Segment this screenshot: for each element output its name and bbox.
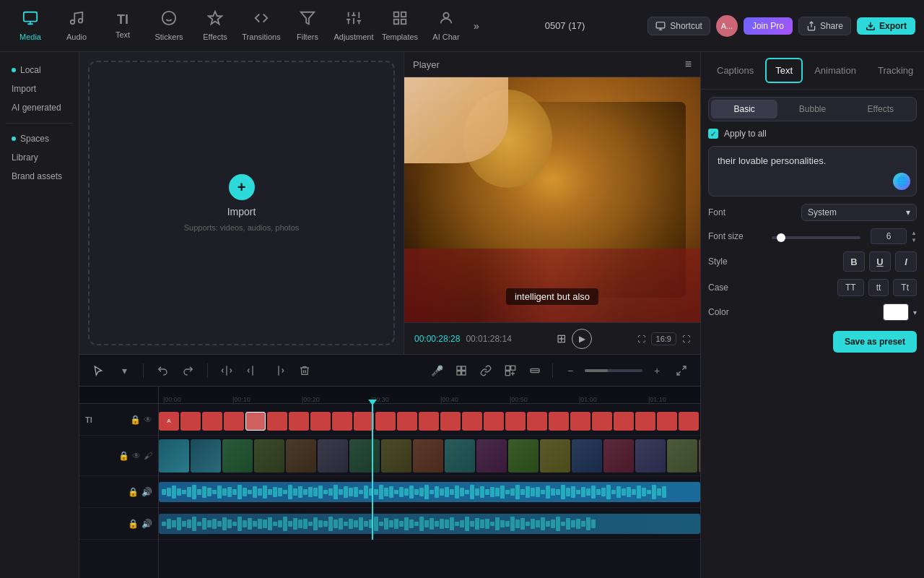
caption-seg[interactable] xyxy=(440,412,461,431)
tab-captions[interactable]: Captions xyxy=(707,58,764,83)
video-thumb[interactable] xyxy=(349,439,380,473)
text-preview-box[interactable]: their lovable personalities. 🌐 xyxy=(708,146,917,197)
grid-layout-icon[interactable]: ⊞ xyxy=(557,332,566,345)
zoom-slider[interactable] xyxy=(585,369,642,372)
video-thumb[interactable] xyxy=(635,439,666,473)
video-thumb[interactable] xyxy=(603,439,634,473)
video-thumb[interactable] xyxy=(318,439,348,473)
toolbar-item-stickers[interactable]: Stickers xyxy=(147,4,191,48)
toolbar-item-media[interactable]: Media xyxy=(9,4,52,48)
select-dropdown-button[interactable]: ▾ xyxy=(114,361,134,381)
bold-button[interactable]: B xyxy=(843,251,865,272)
caption-seg-active[interactable] xyxy=(245,412,266,431)
font-size-up[interactable]: ▲ xyxy=(911,230,917,236)
caption-seg[interactable] xyxy=(614,412,634,431)
caption-seg[interactable] xyxy=(180,412,201,431)
video-thumb[interactable] xyxy=(381,439,411,473)
video-thumb[interactable] xyxy=(254,439,284,473)
toolbar-item-effects[interactable]: Effects xyxy=(193,4,237,48)
caption-lock-icon[interactable]: 🔒 xyxy=(130,415,141,425)
tab-text[interactable]: Text xyxy=(765,58,803,83)
merge-button[interactable] xyxy=(500,361,520,381)
toolbar-item-text[interactable]: TI Text xyxy=(101,4,144,48)
sidebar-item-library[interactable]: Library xyxy=(6,148,73,167)
color-swatch[interactable] xyxy=(883,303,909,321)
caption-eye-icon[interactable]: 👁 xyxy=(144,415,152,425)
trim-start-button[interactable] xyxy=(243,361,263,381)
shortcut-button[interactable]: Shortcut xyxy=(648,17,710,35)
avatar[interactable]: A... xyxy=(716,15,738,37)
font-size-stepper[interactable]: ▲ ▼ xyxy=(911,230,917,243)
toolbar-expand-icon[interactable]: » xyxy=(471,17,482,35)
caption-seg[interactable]: A xyxy=(159,412,179,431)
toolbar-item-templates[interactable]: Templates xyxy=(378,4,422,48)
font-size-down[interactable]: ▼ xyxy=(911,237,917,243)
redo-button[interactable] xyxy=(178,361,199,381)
font-select[interactable]: System ▾ xyxy=(801,204,917,221)
video-thumb[interactable] xyxy=(572,439,602,473)
caption-seg[interactable] xyxy=(419,412,439,431)
caption-seg[interactable] xyxy=(202,412,222,431)
italic-button[interactable]: I xyxy=(895,251,917,272)
save-preset-button[interactable]: Save as preset xyxy=(833,331,917,353)
case-lower-button[interactable]: tt xyxy=(868,279,889,296)
link-button[interactable] xyxy=(476,361,496,381)
toolbar-item-audio[interactable]: Audio xyxy=(55,4,98,48)
apply-to-all-checkbox[interactable]: ✓ xyxy=(708,129,718,139)
toolbar-item-ai-char[interactable]: AI Char xyxy=(424,4,468,48)
audio1-lock-icon[interactable]: 🔒 xyxy=(128,487,139,497)
video-eye-icon[interactable]: 👁 xyxy=(132,451,141,461)
globe-icon[interactable]: 🌐 xyxy=(893,173,910,190)
toolbar-item-filters[interactable]: Filters xyxy=(286,4,329,48)
split-button[interactable] xyxy=(217,361,237,381)
video-thumb[interactable] xyxy=(476,439,507,473)
sidebar-item-ai-generated[interactable]: AI generated xyxy=(6,98,73,117)
playhead[interactable] xyxy=(372,404,373,540)
toolbar-item-transitions[interactable]: Transitions xyxy=(240,4,283,48)
video-brush-icon[interactable]: 🖌 xyxy=(144,451,152,461)
case-upper-button[interactable]: TT xyxy=(837,279,864,296)
video-thumb[interactable] xyxy=(508,439,539,473)
video-thumb[interactable] xyxy=(159,439,189,473)
case-title-button[interactable]: Tt xyxy=(893,279,917,296)
caption-seg[interactable] xyxy=(332,412,352,431)
clip-mode-button[interactable] xyxy=(451,361,471,381)
trim-end-button[interactable] xyxy=(269,361,289,381)
import-plus-icon[interactable]: + xyxy=(229,174,255,200)
caption-seg[interactable] xyxy=(267,412,287,431)
video-thumb[interactable] xyxy=(413,439,443,473)
microphone-button[interactable]: 🎤 xyxy=(427,361,447,381)
fullscreen-icon[interactable]: ⛶ xyxy=(637,335,645,343)
export-button[interactable]: Export xyxy=(857,17,915,35)
caption-seg[interactable] xyxy=(505,412,526,431)
aspect-ratio-button[interactable]: 16:9 xyxy=(651,332,676,345)
underline-button[interactable]: U xyxy=(869,251,891,272)
caption-seg[interactable] xyxy=(462,412,482,431)
video-thumb[interactable] xyxy=(191,439,221,473)
fit-to-screen-button[interactable] xyxy=(671,361,692,381)
import-drop-zone[interactable]: + Import Supports: videos, audios, photo… xyxy=(88,61,395,345)
video-lock-icon[interactable]: 🔒 xyxy=(118,451,129,461)
join-pro-button[interactable]: Join Pro xyxy=(744,17,793,35)
zoom-in-button[interactable]: + xyxy=(647,361,667,381)
select-tool-button[interactable] xyxy=(88,361,108,381)
caption-seg[interactable] xyxy=(592,412,612,431)
sidebar-item-import[interactable]: Import xyxy=(6,79,73,98)
font-size-input[interactable]: 6 xyxy=(871,228,907,244)
caption-seg[interactable] xyxy=(657,412,677,431)
caption-seg[interactable] xyxy=(527,412,547,431)
caption-seg[interactable] xyxy=(397,412,417,431)
sub-tab-bubble[interactable]: Bubble xyxy=(779,100,845,118)
font-size-slider[interactable] xyxy=(772,236,860,239)
tab-animation[interactable]: Animation xyxy=(804,58,866,83)
caption-seg[interactable] xyxy=(354,412,374,431)
split-audio-button[interactable] xyxy=(525,361,545,381)
share-button[interactable]: Share xyxy=(798,17,851,35)
video-thumb[interactable] xyxy=(667,439,697,473)
video-thumb[interactable] xyxy=(286,439,316,473)
audio2-lock-icon[interactable]: 🔒 xyxy=(128,519,139,529)
color-dropdown-icon[interactable]: ▾ xyxy=(913,309,917,316)
audio2-vol-icon[interactable]: 🔊 xyxy=(141,519,152,529)
caption-seg[interactable] xyxy=(484,412,504,431)
undo-button[interactable] xyxy=(152,361,173,381)
